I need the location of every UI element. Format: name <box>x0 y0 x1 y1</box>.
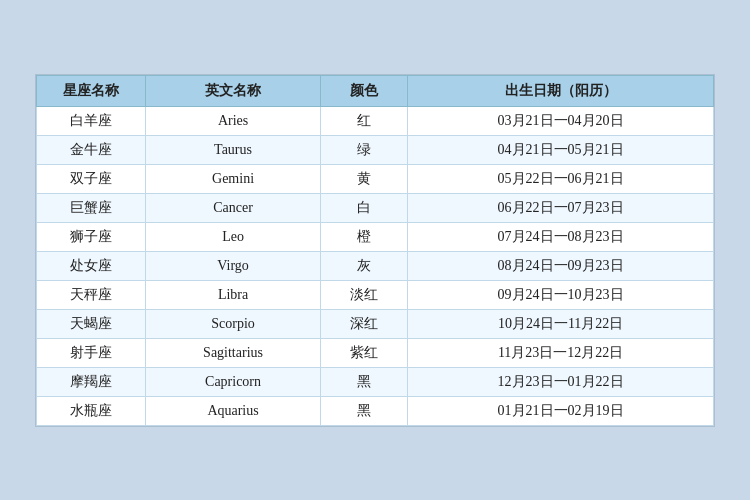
cell-chinese: 金牛座 <box>37 135 146 164</box>
cell-english: Aries <box>146 106 321 135</box>
cell-english: Virgo <box>146 251 321 280</box>
cell-chinese: 白羊座 <box>37 106 146 135</box>
cell-date: 12月23日一01月22日 <box>408 367 714 396</box>
cell-chinese: 狮子座 <box>37 222 146 251</box>
table-row: 金牛座Taurus绿04月21日一05月21日 <box>37 135 714 164</box>
cell-chinese: 射手座 <box>37 338 146 367</box>
cell-english: Taurus <box>146 135 321 164</box>
cell-date: 08月24日一09月23日 <box>408 251 714 280</box>
cell-date: 10月24日一11月22日 <box>408 309 714 338</box>
cell-english: Leo <box>146 222 321 251</box>
cell-date: 07月24日一08月23日 <box>408 222 714 251</box>
table-row: 巨蟹座Cancer白06月22日一07月23日 <box>37 193 714 222</box>
table-body: 白羊座Aries红03月21日一04月20日金牛座Taurus绿04月21日一0… <box>37 106 714 425</box>
table-header-row: 星座名称 英文名称 颜色 出生日期（阳历） <box>37 75 714 106</box>
header-chinese: 星座名称 <box>37 75 146 106</box>
cell-chinese: 摩羯座 <box>37 367 146 396</box>
cell-date: 11月23日一12月22日 <box>408 338 714 367</box>
cell-date: 05月22日一06月21日 <box>408 164 714 193</box>
cell-chinese: 处女座 <box>37 251 146 280</box>
table-row: 水瓶座Aquarius黑01月21日一02月19日 <box>37 396 714 425</box>
cell-english: Aquarius <box>146 396 321 425</box>
cell-color: 橙 <box>320 222 407 251</box>
cell-color: 深红 <box>320 309 407 338</box>
zodiac-table: 星座名称 英文名称 颜色 出生日期（阳历） 白羊座Aries红03月21日一04… <box>36 75 714 426</box>
cell-chinese: 天蝎座 <box>37 309 146 338</box>
cell-chinese: 水瓶座 <box>37 396 146 425</box>
table-row: 白羊座Aries红03月21日一04月20日 <box>37 106 714 135</box>
cell-english: Capricorn <box>146 367 321 396</box>
cell-color: 红 <box>320 106 407 135</box>
table-row: 处女座Virgo灰08月24日一09月23日 <box>37 251 714 280</box>
header-date: 出生日期（阳历） <box>408 75 714 106</box>
cell-color: 灰 <box>320 251 407 280</box>
cell-english: Cancer <box>146 193 321 222</box>
cell-date: 09月24日一10月23日 <box>408 280 714 309</box>
cell-color: 白 <box>320 193 407 222</box>
cell-color: 黑 <box>320 367 407 396</box>
cell-color: 黄 <box>320 164 407 193</box>
cell-date: 03月21日一04月20日 <box>408 106 714 135</box>
cell-english: Gemini <box>146 164 321 193</box>
cell-english: Scorpio <box>146 309 321 338</box>
table-row: 天秤座Libra淡红09月24日一10月23日 <box>37 280 714 309</box>
cell-date: 06月22日一07月23日 <box>408 193 714 222</box>
cell-english: Libra <box>146 280 321 309</box>
cell-color: 紫红 <box>320 338 407 367</box>
table-row: 狮子座Leo橙07月24日一08月23日 <box>37 222 714 251</box>
table-row: 射手座Sagittarius紫红11月23日一12月22日 <box>37 338 714 367</box>
cell-color: 黑 <box>320 396 407 425</box>
cell-color: 绿 <box>320 135 407 164</box>
zodiac-table-container: 星座名称 英文名称 颜色 出生日期（阳历） 白羊座Aries红03月21日一04… <box>35 74 715 427</box>
header-english: 英文名称 <box>146 75 321 106</box>
cell-chinese: 双子座 <box>37 164 146 193</box>
header-color: 颜色 <box>320 75 407 106</box>
table-row: 天蝎座Scorpio深红10月24日一11月22日 <box>37 309 714 338</box>
cell-date: 01月21日一02月19日 <box>408 396 714 425</box>
cell-chinese: 巨蟹座 <box>37 193 146 222</box>
cell-date: 04月21日一05月21日 <box>408 135 714 164</box>
cell-english: Sagittarius <box>146 338 321 367</box>
table-row: 双子座Gemini黄05月22日一06月21日 <box>37 164 714 193</box>
cell-color: 淡红 <box>320 280 407 309</box>
cell-chinese: 天秤座 <box>37 280 146 309</box>
table-row: 摩羯座Capricorn黑12月23日一01月22日 <box>37 367 714 396</box>
